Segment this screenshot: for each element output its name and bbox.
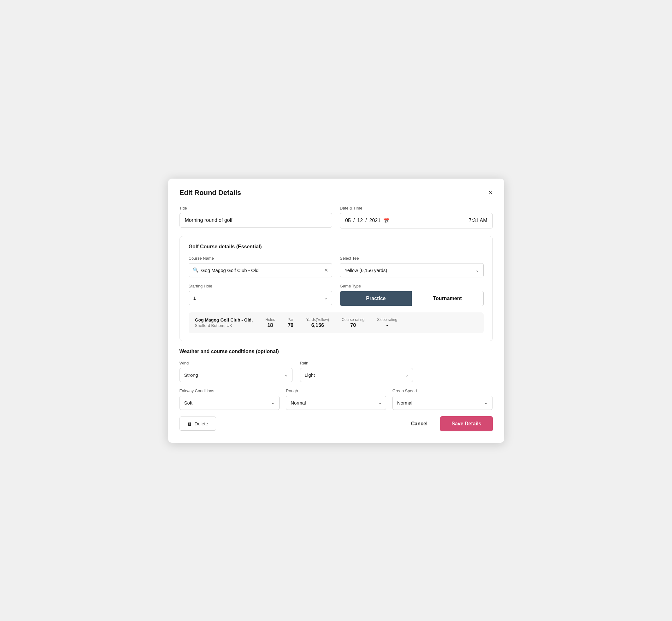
green-speed-group: Green Speed SlowNormalFastVery Fast ⌄	[392, 388, 493, 410]
yards-value: 6,156	[311, 323, 324, 328]
holes-value: 18	[267, 323, 273, 328]
fairway-select-wrap: HardFirmNormalSoftWet ⌄	[179, 396, 280, 410]
fairway-rough-green-row: Fairway Conditions HardFirmNormalSoftWet…	[179, 388, 493, 410]
starting-hole-label: Starting Hole	[189, 284, 333, 288]
course-name-label: Course Name	[189, 256, 333, 261]
trash-icon: 🗑	[187, 421, 192, 426]
course-info-name-block: Gog Magog Golf Club - Old, Shelford Bott…	[195, 318, 253, 328]
slope-rating-label: Slope rating	[377, 318, 397, 322]
title-input[interactable]	[179, 213, 333, 227]
game-type-toggle: Practice Tournament	[340, 291, 484, 306]
rough-dropdown[interactable]: ShortNormalLongVery Long	[286, 396, 386, 410]
datetime-field-group: Date & Time 05 / 12 / 2021 📅 7:31 AM	[340, 206, 493, 229]
hole-gametype-row: Starting Hole 1234 5678 910 ⌄ Game Type …	[189, 284, 484, 306]
rain-select-wrap: NoneLightModerateHeavy ⌄	[300, 368, 413, 382]
fairway-label: Fairway Conditions	[179, 388, 280, 393]
green-speed-select-wrap: SlowNormalFastVery Fast ⌄	[392, 396, 493, 410]
fairway-group: Fairway Conditions HardFirmNormalSoftWet…	[179, 388, 280, 410]
modal-title: Edit Round Details	[179, 189, 241, 197]
wind-select-wrap: NoneLightModerateStrongVery Strong ⌄	[179, 368, 292, 382]
rain-label: Rain	[300, 361, 413, 365]
date-cell[interactable]: 05 / 12 / 2021 📅	[340, 213, 416, 228]
title-field-group: Title	[179, 206, 333, 229]
holes-label: Holes	[265, 318, 275, 322]
course-name-search-wrap[interactable]: 🔍 ✕	[189, 263, 333, 277]
delete-button[interactable]: 🗑 Delete	[179, 417, 216, 431]
date-sep2: /	[365, 218, 367, 223]
weather-section: Weather and course conditions (optional)…	[179, 349, 493, 410]
wind-label: Wind	[179, 361, 292, 365]
cancel-button[interactable]: Cancel	[405, 421, 434, 427]
practice-button[interactable]: Practice	[340, 291, 412, 306]
yards-stat: Yards(Yellow) 6,156	[306, 318, 329, 328]
starting-hole-dropdown[interactable]: 1234 5678 910	[189, 291, 333, 305]
golf-section-title: Golf Course details (Essential)	[189, 244, 484, 250]
time-value: 7:31 AM	[469, 218, 488, 223]
search-icon: 🔍	[193, 267, 199, 273]
tournament-button[interactable]: Tournament	[412, 291, 483, 306]
slope-rating-stat: Slope rating -	[377, 318, 397, 328]
slope-rating-value: -	[386, 323, 388, 328]
course-rating-label: Course rating	[342, 318, 365, 322]
starting-hole-wrap: 1234 5678 910 ⌄	[189, 291, 333, 305]
course-name-input[interactable]	[201, 263, 324, 277]
par-label: Par	[288, 318, 294, 322]
title-label: Title	[179, 206, 333, 210]
delete-label: Delete	[195, 421, 208, 426]
modal-header: Edit Round Details ×	[179, 189, 493, 197]
course-name-group: Course Name 🔍 ✕	[189, 256, 333, 277]
save-button[interactable]: Save Details	[440, 416, 493, 431]
date-year: 2021	[370, 218, 381, 223]
datetime-label: Date & Time	[340, 206, 493, 210]
fairway-dropdown[interactable]: HardFirmNormalSoftWet	[179, 396, 280, 410]
par-stat: Par 70	[288, 318, 294, 328]
select-tee-dropdown[interactable]: Yellow (6,156 yards) White Blue Red	[340, 263, 484, 277]
rough-group: Rough ShortNormalLongVery Long ⌄	[286, 388, 386, 410]
footer-row: 🗑 Delete Cancel Save Details	[179, 416, 493, 431]
rain-group: Rain NoneLightModerateHeavy ⌄	[300, 361, 413, 382]
date-sep1: /	[353, 218, 354, 223]
close-button[interactable]: ×	[489, 189, 493, 196]
wind-dropdown[interactable]: NoneLightModerateStrongVery Strong	[179, 368, 292, 382]
calendar-icon: 📅	[383, 217, 390, 224]
course-tee-row: Course Name 🔍 ✕ Select Tee Yellow (6,156…	[189, 256, 484, 277]
top-row: Title Date & Time 05 / 12 / 2021 📅 7:31 …	[179, 206, 493, 229]
holes-stat: Holes 18	[265, 318, 275, 328]
wind-group: Wind NoneLightModerateStrongVery Strong …	[179, 361, 292, 382]
rough-select-wrap: ShortNormalLongVery Long ⌄	[286, 396, 386, 410]
starting-hole-group: Starting Hole 1234 5678 910 ⌄	[189, 284, 333, 306]
date-time-row: 05 / 12 / 2021 📅 7:31 AM	[340, 213, 493, 229]
date-day: 12	[357, 218, 363, 223]
green-speed-dropdown[interactable]: SlowNormalFastVery Fast	[392, 396, 493, 410]
date-month: 05	[345, 218, 351, 223]
select-tee-label: Select Tee	[340, 256, 484, 261]
green-speed-label: Green Speed	[392, 388, 493, 393]
golf-course-section: Golf Course details (Essential) Course N…	[179, 236, 493, 341]
select-tee-wrap: Yellow (6,156 yards) White Blue Red ⌄	[340, 263, 484, 277]
right-footer: Cancel Save Details	[405, 416, 493, 431]
course-info-location: Shelford Bottom, UK	[195, 323, 253, 328]
rain-dropdown[interactable]: NoneLightModerateHeavy	[300, 368, 413, 382]
weather-section-title: Weather and course conditions (optional)	[179, 349, 493, 355]
course-rating-stat: Course rating 70	[342, 318, 365, 328]
rough-label: Rough	[286, 388, 386, 393]
course-info-bar: Gog Magog Golf Club - Old, Shelford Bott…	[189, 313, 484, 333]
game-type-label: Game Type	[340, 284, 484, 288]
clear-course-button[interactable]: ✕	[324, 267, 328, 273]
edit-round-modal: Edit Round Details × Title Date & Time 0…	[168, 178, 504, 443]
course-rating-value: 70	[350, 323, 356, 328]
select-tee-group: Select Tee Yellow (6,156 yards) White Bl…	[340, 256, 484, 277]
par-value: 70	[288, 323, 293, 328]
yards-label: Yards(Yellow)	[306, 318, 329, 322]
game-type-group: Game Type Practice Tournament	[340, 284, 484, 306]
course-info-name: Gog Magog Golf Club - Old,	[195, 318, 253, 323]
wind-rain-row: Wind NoneLightModerateStrongVery Strong …	[179, 361, 413, 382]
time-cell[interactable]: 7:31 AM	[416, 213, 492, 228]
